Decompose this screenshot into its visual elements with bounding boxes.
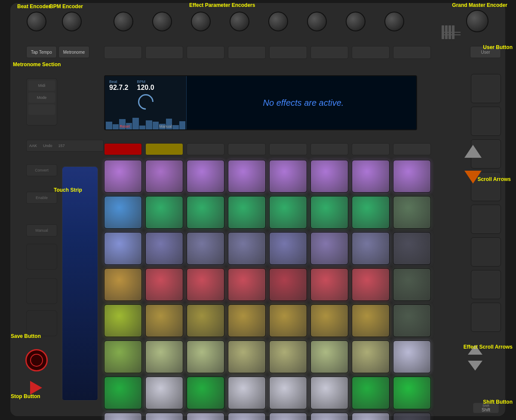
scene-btn-1[interactable] (471, 74, 501, 103)
pad-r3-c1[interactable] (145, 268, 183, 301)
effect-encoder-6[interactable] (307, 12, 327, 31)
pad-r0-c1[interactable] (145, 160, 183, 193)
pad-r1-c5[interactable] (310, 196, 348, 229)
grand-master-encoder[interactable] (466, 10, 488, 32)
pad-r2-c6[interactable] (352, 232, 390, 265)
pad-r7-c1[interactable] (145, 413, 183, 420)
indicator-4[interactable] (228, 143, 266, 155)
pad-r5-c7[interactable] (393, 340, 431, 373)
effect-encoder-2[interactable] (152, 12, 172, 31)
pad-r2-c4[interactable] (269, 232, 307, 265)
func-btn-3[interactable] (187, 46, 224, 59)
func-btn-4[interactable] (228, 46, 266, 59)
pad-r3-c5[interactable] (310, 268, 348, 301)
indicator-8[interactable] (393, 143, 431, 155)
indicator-red[interactable] (104, 143, 142, 155)
touch-strip[interactable] (62, 166, 98, 401)
pad-r4-c1[interactable] (145, 304, 183, 337)
pad-r5-c1[interactable] (145, 340, 183, 373)
pad-r2-c5[interactable] (310, 232, 348, 265)
pad-r7-c3[interactable] (228, 413, 266, 420)
mode-btn-2[interactable]: Mode (28, 92, 55, 103)
effect-encoder-1[interactable] (114, 12, 133, 31)
pad-r6-c4[interactable] (269, 377, 307, 409)
pad-r0-c2[interactable] (187, 160, 224, 193)
indicator-7[interactable] (352, 143, 390, 155)
pad-r0-c0[interactable] (104, 160, 142, 193)
pad-r1-c0[interactable] (104, 196, 142, 229)
pad-r7-c6[interactable] (352, 413, 390, 420)
indicator-5[interactable] (269, 143, 307, 155)
pad-r1-c7[interactable] (393, 196, 431, 229)
pad-r2-c7[interactable] (393, 232, 431, 265)
pad-r7-c2[interactable] (187, 413, 224, 420)
tap-tempo-button[interactable]: Tap Tempo (26, 46, 57, 58)
pad-r7-c5[interactable] (310, 413, 348, 420)
pad-r6-c7[interactable] (393, 377, 431, 409)
pad-r4-c5[interactable] (310, 304, 348, 337)
effect-encoder-4[interactable] (230, 12, 249, 31)
bpm-encoder[interactable] (62, 12, 82, 31)
beat-encoder[interactable] (27, 12, 46, 31)
scene-btn-5[interactable] (471, 205, 501, 234)
pad-r0-c5[interactable] (310, 160, 348, 193)
effect-encoder-3[interactable] (191, 12, 211, 31)
pad-r4-c3[interactable] (228, 304, 266, 337)
pad-r4-c7[interactable] (393, 304, 431, 337)
indicator-3[interactable] (187, 143, 224, 155)
pad-r3-c6[interactable] (352, 268, 390, 301)
pad-r7-c0[interactable] (104, 413, 142, 420)
indicator-yellow[interactable] (145, 143, 183, 155)
pad-r2-c0[interactable] (104, 232, 142, 265)
func-btn-6[interactable] (310, 46, 348, 59)
pad-r4-c6[interactable] (352, 304, 390, 337)
pad-r4-c2[interactable] (187, 304, 224, 337)
func-btn-7[interactable] (352, 46, 390, 59)
pad-r7-c4[interactable] (269, 413, 307, 420)
mode-btn-1[interactable]: Midi (28, 80, 55, 91)
pad-r6-c3[interactable] (228, 377, 266, 409)
scene-btn-6[interactable] (471, 237, 501, 267)
effect-encoder-5[interactable] (268, 12, 288, 31)
pad-r1-c1[interactable] (145, 196, 183, 229)
convert-btn[interactable]: Convert (26, 164, 57, 176)
effect-encoder-8[interactable] (384, 12, 404, 31)
pad-r3-c0[interactable] (104, 268, 142, 301)
pad-r6-c5[interactable] (310, 377, 348, 409)
pad-r4-c4[interactable] (269, 304, 307, 337)
scene-btn-7[interactable] (471, 270, 501, 299)
mode-btn-3[interactable] (28, 104, 55, 115)
effect-encoder-7[interactable] (346, 12, 366, 31)
pad-r5-c6[interactable] (352, 340, 390, 373)
pad-r5-c2[interactable] (187, 340, 224, 373)
pad-r7-c7[interactable] (393, 413, 431, 420)
func-btn-8[interactable] (393, 46, 431, 59)
indicator-6[interactable] (310, 143, 348, 155)
metronome-button[interactable]: Metronome (58, 46, 90, 58)
func-btn-2[interactable] (145, 46, 183, 59)
pad-r5-c0[interactable] (104, 340, 142, 373)
pad-r5-c4[interactable] (269, 340, 307, 373)
pad-r1-c6[interactable] (352, 196, 390, 229)
pad-r0-c3[interactable] (228, 160, 266, 193)
pad-r1-c2[interactable] (187, 196, 224, 229)
scroll-up-arrow[interactable] (464, 145, 482, 158)
pad-r1-c4[interactable] (269, 196, 307, 229)
effect-scroll-down-arrow[interactable] (468, 361, 482, 371)
pad-r3-c2[interactable] (187, 268, 224, 301)
manual-btn[interactable]: Manual (26, 224, 57, 236)
save-button[interactable] (25, 349, 48, 371)
pad-r3-c4[interactable] (269, 268, 307, 301)
pad-r2-c1[interactable] (145, 232, 183, 265)
scene-btn-2[interactable] (471, 107, 501, 136)
pad-r6-c0[interactable] (104, 377, 142, 409)
pad-r0-c6[interactable] (352, 160, 390, 193)
pad-r6-c2[interactable] (187, 377, 224, 409)
pad-r5-c3[interactable] (228, 340, 266, 373)
enable-btn[interactable]: Enable (26, 192, 57, 204)
pad-r3-c7[interactable] (393, 268, 431, 301)
pad-r2-c2[interactable] (187, 232, 224, 265)
pad-r1-c3[interactable] (228, 196, 266, 229)
pad-r4-c0[interactable] (104, 304, 142, 337)
pad-r0-c4[interactable] (269, 160, 307, 193)
